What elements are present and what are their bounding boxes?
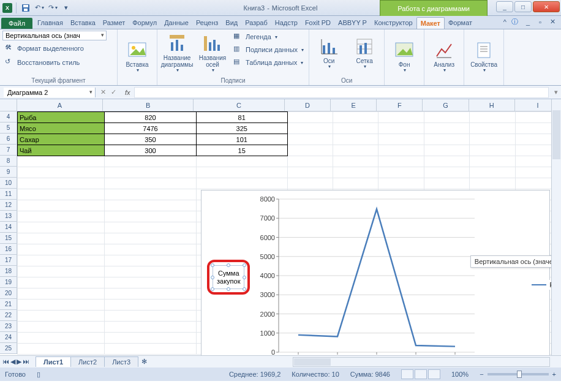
- gridlines-button[interactable]: Сетка▾: [347, 31, 382, 76]
- zoom-slider[interactable]: [488, 373, 549, 375]
- sheet-tab[interactable]: Лист3: [104, 356, 138, 367]
- cell[interactable]: 15: [196, 145, 287, 156]
- analysis-button[interactable]: Анализ▾: [427, 31, 461, 83]
- tab-реценз[interactable]: Реценз: [192, 17, 222, 29]
- cell[interactable]: [287, 145, 333, 156]
- cell[interactable]: [378, 123, 424, 134]
- save-button[interactable]: [20, 2, 31, 13]
- cell[interactable]: [105, 333, 197, 344]
- cell[interactable]: [18, 344, 105, 355]
- cell[interactable]: [424, 123, 469, 134]
- chart-title-button[interactable]: Название диаграммы▾: [160, 31, 194, 76]
- data-labels-button[interactable]: ▥Подписи данных▾: [231, 43, 306, 56]
- cell[interactable]: [105, 211, 197, 222]
- tab-формул[interactable]: Формул: [129, 17, 160, 29]
- cell[interactable]: [105, 244, 197, 255]
- axis-titles-button[interactable]: Названия осей▾: [195, 31, 230, 76]
- row-header[interactable]: 14: [0, 222, 17, 233]
- cell[interactable]: Сахар: [18, 134, 105, 145]
- tab-конструктор[interactable]: Конструктор: [371, 17, 416, 29]
- row-header[interactable]: 17: [0, 255, 17, 266]
- cell[interactable]: 325: [196, 123, 287, 134]
- row-header[interactable]: 13: [0, 211, 17, 222]
- macro-record-icon[interactable]: ▯: [37, 371, 40, 379]
- cell[interactable]: [18, 233, 105, 244]
- zoom-out-button[interactable]: −: [480, 371, 483, 378]
- cell[interactable]: [287, 123, 333, 134]
- insert-button[interactable]: Вставка▾: [120, 31, 154, 83]
- data-table-button[interactable]: ▤Таблица данных▾: [231, 56, 306, 69]
- close-button[interactable]: ✕: [533, 1, 560, 12]
- column-header[interactable]: H: [469, 99, 515, 111]
- row-header[interactable]: 8: [0, 156, 17, 167]
- tab-вставка[interactable]: Вставка: [67, 17, 99, 29]
- cell[interactable]: [424, 134, 469, 145]
- cell[interactable]: [18, 333, 105, 344]
- cell[interactable]: [105, 322, 197, 333]
- tab-формат[interactable]: Формат: [445, 17, 476, 29]
- row-header[interactable]: 22: [0, 310, 17, 321]
- cell[interactable]: [470, 134, 515, 145]
- cell[interactable]: [470, 167, 515, 178]
- select-all-button[interactable]: [0, 99, 17, 111]
- cell[interactable]: [18, 200, 105, 211]
- doc-close-button[interactable]: ✕: [548, 18, 557, 26]
- row-header[interactable]: 15: [0, 233, 17, 244]
- background-button[interactable]: Фон▾: [387, 31, 421, 83]
- undo-button[interactable]: ↶▾: [34, 2, 45, 13]
- cell[interactable]: [18, 255, 105, 266]
- cell[interactable]: [18, 288, 105, 300]
- cell[interactable]: [424, 112, 469, 123]
- cell[interactable]: [196, 178, 287, 189]
- axes-button[interactable]: Оси▾: [312, 31, 346, 76]
- cancel-formula-button[interactable]: ✕: [100, 88, 106, 96]
- tab-abbyy p[interactable]: ABBYY P: [334, 17, 371, 29]
- cell[interactable]: [470, 178, 515, 189]
- column-header[interactable]: A: [17, 99, 103, 111]
- column-header[interactable]: C: [194, 99, 285, 111]
- cell[interactable]: [105, 167, 197, 178]
- cell[interactable]: [378, 167, 424, 178]
- cell[interactable]: [18, 222, 105, 233]
- tab-надстр[interactable]: Надстр: [271, 17, 301, 29]
- doc-minimize-button[interactable]: _: [523, 18, 533, 26]
- cell[interactable]: 820: [105, 112, 197, 123]
- doc-restore-button[interactable]: ▫: [535, 18, 545, 26]
- cell[interactable]: [470, 156, 515, 167]
- row-header[interactable]: 20: [0, 288, 17, 299]
- row-header[interactable]: 10: [0, 178, 17, 189]
- row-header[interactable]: 7: [0, 145, 17, 156]
- cell[interactable]: [18, 211, 105, 222]
- cell[interactable]: [18, 322, 105, 333]
- cell[interactable]: [18, 311, 105, 322]
- last-sheet-button[interactable]: ⏭: [23, 358, 29, 366]
- maximize-button[interactable]: □: [514, 1, 532, 12]
- cell[interactable]: [105, 266, 197, 277]
- tab-разраб[interactable]: Разраб: [241, 17, 271, 29]
- cell[interactable]: [333, 145, 378, 156]
- minimize-ribbon-button[interactable]: ^: [503, 18, 506, 26]
- cell[interactable]: [333, 123, 378, 134]
- column-header[interactable]: G: [423, 99, 469, 111]
- cell[interactable]: [287, 156, 333, 167]
- cell[interactable]: [424, 156, 469, 167]
- cell[interactable]: [105, 288, 197, 300]
- help-button[interactable]: ⓘ: [511, 17, 518, 26]
- cell[interactable]: [105, 156, 197, 167]
- cell[interactable]: [333, 156, 378, 167]
- expand-formula-bar-button[interactable]: ▾: [551, 88, 561, 96]
- cell[interactable]: [18, 178, 105, 189]
- cell[interactable]: [378, 178, 424, 189]
- next-sheet-button[interactable]: ▶: [17, 358, 21, 366]
- cell[interactable]: 300: [105, 145, 197, 156]
- chart-element-selector[interactable]: Вертикальная ось (знач: [2, 31, 107, 40]
- tab-вид[interactable]: Вид: [222, 17, 241, 29]
- row-header[interactable]: 18: [0, 266, 17, 277]
- properties-button[interactable]: Свойства▾: [467, 31, 501, 83]
- row-header[interactable]: 21: [0, 299, 17, 310]
- tab-главная[interactable]: Главная: [34, 17, 67, 29]
- cell[interactable]: [18, 244, 105, 255]
- file-tab[interactable]: Файл: [1, 18, 32, 29]
- row-header[interactable]: 9: [0, 167, 17, 178]
- cell[interactable]: [18, 300, 105, 311]
